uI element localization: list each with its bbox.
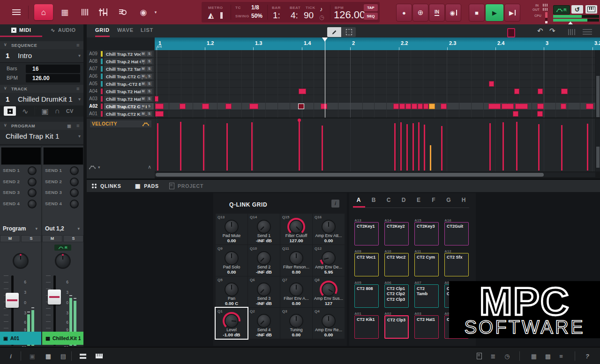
pad-a16[interactable]: CT2Guit: [444, 222, 469, 245]
track-solo-button[interactable]: S: [147, 104, 152, 109]
pad-bank-g[interactable]: G: [443, 197, 454, 203]
redo-button[interactable]: ↷: [549, 27, 555, 35]
midi-note[interactable]: [515, 104, 528, 109]
timeline-tick[interactable]: 3.2: [592, 40, 600, 46]
record-arm-icon[interactable]: [507, 28, 515, 37]
pad-a01[interactable]: CT2 Kik1: [354, 315, 379, 339]
collapse-lane-button[interactable]: ∧: [148, 164, 151, 170]
velocity-bar[interactable]: [430, 145, 431, 171]
send-knob[interactable]: [70, 166, 79, 175]
midi-note[interactable]: [249, 104, 258, 109]
qlink-q2[interactable]: Q2Send 4-INF dB: [248, 308, 280, 339]
pad-a05[interactable]: CT2 808: [354, 284, 379, 308]
history-icon[interactable]: ◷: [503, 352, 511, 360]
pad-a06[interactable]: CT2 Clp1 CT2 Clp2 CT2 Clp3: [384, 284, 409, 308]
midi-note[interactable]: [412, 104, 417, 109]
sequence-menu-icon[interactable]: ≡: [76, 42, 80, 48]
info-button[interactable]: i: [331, 200, 339, 208]
pan-knob[interactable]: [13, 253, 29, 269]
pad-a12[interactable]: CT2 Sfx: [444, 253, 469, 276]
audition-icon[interactable]: [568, 29, 578, 35]
velocity-bar[interactable]: [180, 122, 181, 171]
velocity-mode-selector[interactable]: ▾: [89, 165, 100, 170]
send-knob[interactable]: [70, 188, 79, 197]
track-solo-button[interactable]: S: [147, 89, 152, 94]
track-mute-button[interactable]: M: [141, 59, 146, 64]
pad-banks-icon[interactable]: [79, 352, 87, 360]
pad-a09[interactable]: CT2 Voc1: [354, 253, 379, 276]
pad-bank-b[interactable]: B: [368, 197, 379, 203]
output-selector[interactable]: Out 1,2: [45, 225, 64, 232]
pencil-tool-button[interactable]: [327, 27, 341, 37]
track-row[interactable]: A04Chill Trap.T2 Hat2MS: [87, 88, 155, 95]
midi-note[interactable]: [514, 89, 519, 94]
pad-bank-h[interactable]: H: [458, 197, 469, 203]
grid-vertical-scrollbar[interactable]: [596, 50, 600, 118]
strip-name-label[interactable]: ▣A01: [0, 332, 41, 345]
midi-note[interactable]: [405, 104, 411, 109]
midi-note[interactable]: [155, 111, 164, 117]
beat-value[interactable]: 4:: [291, 10, 298, 21]
midi-note[interactable]: [537, 104, 544, 109]
timeline-tick[interactable]: 3: [544, 40, 548, 46]
midi-note[interactable]: [155, 96, 158, 102]
sequence-section-header[interactable]: ∨ SEQUENCE ≡: [0, 41, 83, 49]
pad-bank-d[interactable]: D: [398, 197, 409, 203]
track-selector[interactable]: 1 Chilled DrumKit 1 ▾: [0, 93, 83, 106]
timeline-tick[interactable]: 1.3: [253, 40, 262, 46]
timeline-tick[interactable]: 2.2: [399, 40, 408, 46]
track-solo-button[interactable]: S: [147, 111, 152, 116]
velocity-bar[interactable]: [587, 124, 588, 171]
velocity-bar[interactable]: [394, 123, 396, 171]
retro-record-button[interactable]: ↺: [571, 5, 583, 14]
tab-qlinks[interactable]: QLINKS: [91, 180, 121, 192]
pad-a07[interactable]: CT2 Tamb: [414, 284, 439, 308]
menu-list-icon[interactable]: ≡: [557, 352, 565, 360]
qlink-q8[interactable]: Q8Amp Env Sus...127: [313, 276, 345, 307]
global-automation-button[interactable]: R: [553, 5, 570, 15]
velocity-bar[interactable]: [226, 123, 228, 171]
midi-note[interactable]: [298, 104, 304, 109]
track-type-clip-icon[interactable]: ▣: [41, 107, 48, 116]
track-row[interactable]: A03Chill Trap.T2 Hat1MS: [87, 95, 155, 103]
track-mute-button[interactable]: M: [141, 104, 146, 109]
qlink-q16[interactable]: Q16Amp Env Att...0.00: [313, 214, 345, 245]
midi-note[interactable]: [225, 104, 232, 109]
send-knob[interactable]: [28, 166, 37, 175]
send-knob[interactable]: [28, 188, 37, 197]
midi-note[interactable]: [561, 104, 566, 109]
pad-bank-f[interactable]: F: [428, 197, 439, 203]
program-section-header[interactable]: ∨ PROGRAM ▦ ≡: [0, 122, 83, 130]
pad-a14[interactable]: CT2Key2: [384, 222, 409, 245]
track-solo-button[interactable]: S: [147, 52, 152, 56]
tab-pads[interactable]: ▦PADS: [135, 180, 159, 192]
song-mode-button[interactable]: [76, 4, 95, 20]
send-knob[interactable]: [28, 178, 37, 186]
midi-note[interactable]: [418, 104, 423, 109]
stopwatch-icon[interactable]: ◷: [319, 14, 324, 21]
track-type-cv-button[interactable]: CV: [66, 108, 73, 114]
channel-mixer-button[interactable]: [94, 4, 112, 20]
qlink-q1[interactable]: Q1Level-1.00 dB: [216, 308, 248, 339]
track-solo-button[interactable]: S: [147, 97, 152, 101]
bpm-field[interactable]: 126.00: [26, 74, 80, 82]
midi-note[interactable]: [441, 104, 447, 109]
send-knob[interactable]: [70, 178, 79, 186]
program-menu-icon[interactable]: ≡: [76, 123, 80, 128]
velocity-bar[interactable]: [516, 122, 518, 171]
track-row[interactable]: A08Chill Trap.2 Hat OpMS: [87, 58, 155, 65]
velocity-vertical-scrollbar[interactable]: [596, 119, 600, 171]
pad-a15[interactable]: CT2Key3: [414, 222, 439, 245]
tab-wave[interactable]: WAVE: [117, 24, 134, 36]
mute-button[interactable]: M: [0, 235, 20, 242]
list-edit-icon[interactable]: ≣: [489, 352, 497, 360]
swing-value[interactable]: 50%: [251, 13, 262, 19]
velocity-bar[interactable]: [538, 124, 540, 171]
pad-mixer-icon[interactable]: ▦: [44, 352, 52, 360]
midi-note[interactable]: [299, 89, 306, 94]
solo-button[interactable]: S: [63, 235, 83, 242]
qlink-q10[interactable]: Q10Send 2-INF dB: [248, 245, 280, 276]
track-row[interactable]: A09Chill Trap.T2 Voc1MS: [87, 50, 155, 58]
send-knob[interactable]: [70, 200, 79, 208]
play-start-button[interactable]: ▶: [504, 4, 520, 22]
